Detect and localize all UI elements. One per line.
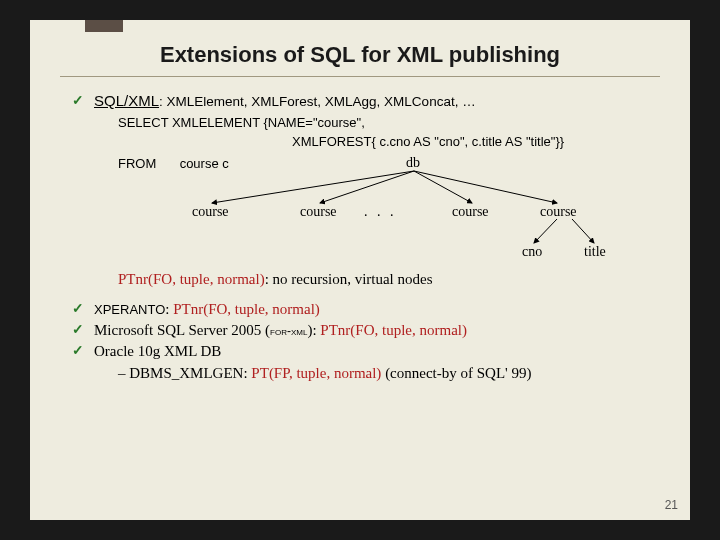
dbms-pt: PT	[251, 365, 269, 381]
oracle-text: Oracle 10g XML DB	[94, 343, 221, 359]
mssql-args: (FO, tuple, normal)	[350, 322, 467, 338]
bullet-oracle: ✓ Oracle 10g XML DB	[72, 341, 648, 361]
tree-child-3: course	[452, 203, 489, 222]
xperanto-label: XPERANTO	[94, 302, 165, 317]
check-icon: ✓	[72, 321, 84, 340]
dbms-b: (connect-by of SQL' 99)	[381, 365, 531, 381]
svg-line-4	[534, 219, 557, 243]
ptnr-label: PTnr	[118, 271, 148, 287]
svg-line-5	[572, 219, 594, 243]
tree-leaf-cno: cno	[522, 243, 542, 262]
svg-line-3	[414, 171, 557, 203]
tree-root: db	[406, 154, 420, 173]
bullet-mssql: ✓ Microsoft SQL Server 2005 (for-xml): P…	[72, 320, 648, 340]
decor-square	[85, 20, 123, 32]
sqlxml-rest: : XMLElement, XMLForest, XMLAgg, XMLConc…	[159, 94, 476, 109]
xperanto-args: (FO, tuple, normal)	[203, 301, 320, 317]
mssql-b: ):	[307, 322, 320, 338]
bullet-xperanto: ✓ XPERANTO: PTnr(FO, tuple, normal)	[72, 299, 648, 319]
dbms-args: (FP, tuple, normal)	[269, 365, 382, 381]
ptnr-desc: : no recursion, virtual nodes	[265, 271, 433, 287]
slide: Extensions of SQL for XML publishing ✓ S…	[30, 20, 690, 520]
svg-line-1	[320, 171, 414, 203]
tree-child-1: course	[192, 203, 229, 222]
xperanto-colon: :	[165, 301, 173, 317]
tree-child-4: course	[540, 203, 577, 222]
svg-line-2	[414, 171, 472, 203]
ptnr-line: PTnr(FO, tuple, normal): no recursion, v…	[72, 269, 648, 289]
slide-number: 21	[665, 498, 678, 512]
ptnr-args: (FO, tuple, normal)	[148, 271, 265, 287]
check-icon: ✓	[72, 300, 84, 319]
tree-child-2: course	[300, 203, 337, 222]
sqlxml-label: SQL/XML	[94, 92, 159, 109]
slide-title: Extensions of SQL for XML publishing	[30, 20, 690, 76]
xperanto-ptnr: PTnr	[173, 301, 203, 317]
select-line: SELECT XMLELEMENT {NAME="course",	[72, 114, 648, 132]
content: ✓ SQL/XML: XMLElement, XMLForest, XMLAgg…	[30, 91, 690, 383]
check-icon: ✓	[72, 342, 84, 361]
svg-line-0	[212, 171, 414, 203]
tree-diagram: db course course . . . course course cno…	[72, 157, 648, 269]
mssql-a: Microsoft SQL Server 2005 (	[94, 322, 270, 338]
lower-bullets: ✓ XPERANTO: PTnr(FO, tuple, normal) ✓ Mi…	[72, 299, 648, 383]
divider	[60, 76, 660, 77]
dbms-a: – DBMS_XMLGEN:	[118, 365, 251, 381]
tree-leaf-title: title	[584, 243, 606, 262]
mssql-forxml: for-xml	[270, 324, 307, 338]
bullet-sqlxml: ✓ SQL/XML: XMLElement, XMLForest, XMLAgg…	[72, 91, 648, 112]
forest-line: XMLFOREST{ c.cno AS "cno", c.title AS "t…	[72, 133, 648, 151]
bullet-dbms: – DBMS_XMLGEN: PT(FP, tuple, normal) (co…	[72, 363, 648, 383]
mssql-ptnr: PTnr	[320, 322, 350, 338]
check-icon: ✓	[72, 92, 84, 111]
tree-dots: . . .	[364, 203, 397, 222]
